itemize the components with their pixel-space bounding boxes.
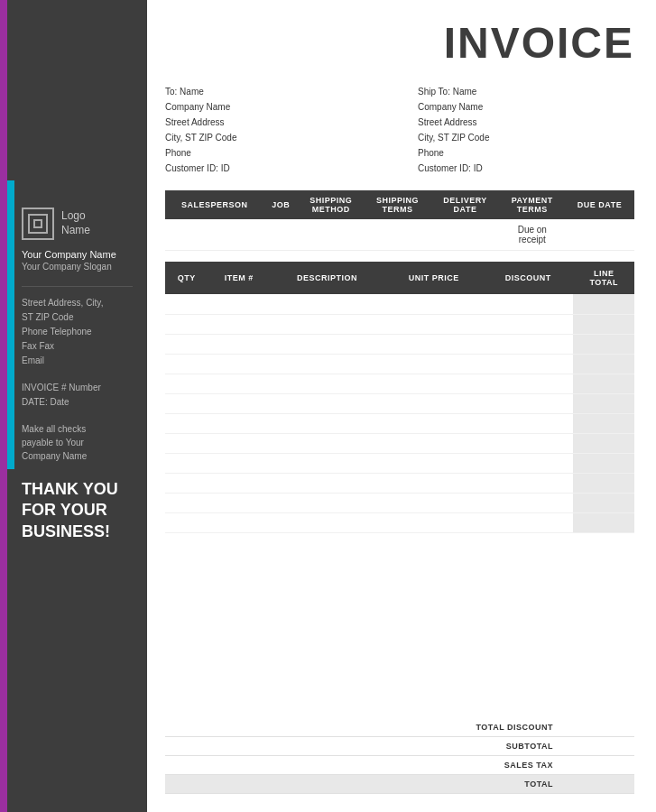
header-table: SALESPERSON JOB SHIPPINGMETHOD SHIPPINGT… [165, 190, 634, 251]
table-row [165, 413, 634, 433]
logo-inner-small-icon [33, 219, 42, 228]
accent-blue [7, 180, 14, 469]
col-line-total: LINETOTAL [573, 262, 634, 294]
sales-tax-row: SALES TAX [165, 756, 634, 775]
logo-label: LogoName [61, 209, 90, 237]
logo-icon [22, 208, 54, 240]
company-slogan: Your Company Slogan [22, 262, 133, 272]
accent-purple [0, 0, 7, 812]
subtotal-row: SUBTOTAL [165, 737, 634, 756]
billing-to: To: Name Company Name Street Address Cit… [165, 84, 382, 176]
col-unit-price: UNIT PRICE [384, 262, 483, 294]
col-salesperson: SALESPERSON [165, 190, 263, 219]
company-address: Street Address, City, ST ZIP Code Phone … [22, 296, 133, 368]
table-row [165, 354, 634, 374]
sidebar: LogoName Your Company Name Your Company … [0, 0, 147, 812]
total-label: TOTAL [454, 780, 562, 789]
main-content: INVOICE To: Name Company Name Street Add… [147, 0, 656, 812]
company-name: Your Company Name [22, 249, 133, 260]
table-row [165, 433, 634, 453]
thank-you-message: THANK YOUFOR YOURBUSINESS! [22, 479, 133, 542]
due-date-value [565, 219, 634, 251]
table-row [165, 334, 634, 354]
payment-terms-value: Due onreceipt [500, 219, 565, 251]
table-row [165, 294, 634, 314]
col-job: JOB [263, 190, 298, 219]
col-qty: QTY [165, 262, 208, 294]
subtotal-label: SUBTOTAL [454, 742, 562, 751]
table-row [165, 374, 634, 393]
col-due-date: DUE DATE [565, 190, 634, 219]
table-row [165, 393, 634, 413]
sidebar-content: LogoName Your Company Name Your Company … [0, 0, 147, 812]
logo-area: LogoName [22, 208, 133, 240]
totals-section: TOTAL DISCOUNT SUBTOTAL SALES TAX TOTAL [165, 718, 634, 794]
shipping-method-value [298, 219, 365, 251]
col-item-num: ITEM # [208, 262, 270, 294]
total-discount-label: TOTAL DISCOUNT [454, 723, 562, 732]
invoice-title: INVOICE [165, 18, 634, 68]
job-value [263, 219, 298, 251]
col-payment-terms: PAYMENTTERMS [500, 190, 565, 219]
col-delivery-date: DELIVERYDATE [431, 190, 500, 219]
table-row [165, 493, 634, 512]
items-table: QTY ITEM # DESCRIPTION UNIT PRICE DISCOU… [165, 262, 634, 533]
billing-ship-to: Ship To: Name Company Name Street Addres… [418, 84, 634, 176]
shipping-terms-value [365, 219, 431, 251]
table-row [165, 453, 634, 473]
col-description: DESCRIPTION [270, 262, 385, 294]
invoice-info: INVOICE # Number DATE: Date [22, 381, 133, 410]
billing-section: To: Name Company Name Street Address Cit… [165, 84, 634, 176]
total-discount-row: TOTAL DISCOUNT [165, 718, 634, 737]
logo-inner-icon [28, 214, 48, 234]
col-shipping-method: SHIPPINGMETHOD [298, 190, 365, 219]
salesperson-value [165, 219, 263, 251]
delivery-date-value [431, 219, 500, 251]
total-row: TOTAL [165, 775, 634, 794]
table-row [165, 512, 634, 532]
col-shipping-terms: SHIPPINGTERMS [365, 190, 431, 219]
checks-payable: Make all checks payable to Your Company … [22, 422, 133, 463]
table-row [165, 314, 634, 334]
col-discount: DISCOUNT [483, 262, 573, 294]
table-row [165, 473, 634, 493]
sales-tax-label: SALES TAX [454, 761, 562, 770]
